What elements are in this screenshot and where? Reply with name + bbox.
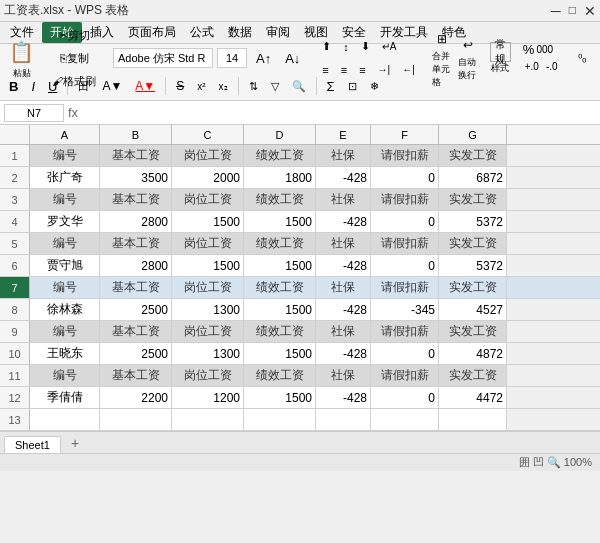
font-name-input[interactable] — [113, 48, 213, 68]
underline-button[interactable]: U — [43, 75, 62, 97]
table-cell[interactable]: 社保 — [316, 233, 371, 254]
table-cell[interactable]: 请假扣薪 — [371, 321, 439, 342]
menu-formula[interactable]: 公式 — [184, 22, 220, 43]
table-cell[interactable]: 基本工资 — [100, 321, 172, 342]
sum-button[interactable]: Σ — [322, 75, 340, 97]
filter-button[interactable]: ▽ — [266, 75, 284, 97]
table-cell[interactable]: 社保 — [316, 277, 371, 298]
table-cell[interactable] — [439, 409, 507, 430]
row-number[interactable]: 5 — [0, 233, 30, 254]
superscript-button[interactable]: x² — [192, 75, 210, 97]
table-cell[interactable]: 实发工资 — [439, 365, 507, 386]
freeze-button[interactable]: ❄ — [365, 75, 384, 97]
table-cell[interactable]: 2800 — [100, 255, 172, 276]
table-cell[interactable]: 编号 — [30, 321, 100, 342]
row-number[interactable]: 11 — [0, 365, 30, 386]
table-cell[interactable]: 实发工资 — [439, 145, 507, 166]
wrap-text-button[interactable]: ↵A — [377, 36, 402, 58]
row-col-button[interactable]: ⊡ — [343, 75, 362, 97]
col-header-f[interactable]: F — [371, 125, 439, 144]
font-color-button[interactable]: A▼ — [130, 75, 160, 97]
table-cell[interactable]: 社保 — [316, 189, 371, 210]
table-cell[interactable]: 实发工资 — [439, 321, 507, 342]
table-cell[interactable]: 贾守旭 — [30, 255, 100, 276]
table-cell[interactable]: 社保 — [316, 145, 371, 166]
find-button[interactable]: 🔍 — [287, 75, 311, 97]
table-cell[interactable]: 岗位工资 — [172, 321, 244, 342]
bold-button[interactable]: B — [4, 75, 23, 97]
table-cell[interactable]: 2500 — [100, 299, 172, 320]
table-cell[interactable]: 4527 — [439, 299, 507, 320]
table-cell[interactable]: 社保 — [316, 365, 371, 386]
table-cell[interactable]: 绩效工资 — [244, 277, 316, 298]
strikethrough-button[interactable]: S — [171, 75, 189, 97]
row-number[interactable]: 10 — [0, 343, 30, 364]
col-header-c[interactable]: C — [172, 125, 244, 144]
table-cell[interactable]: 1500 — [172, 255, 244, 276]
table-cell[interactable]: 编号 — [30, 189, 100, 210]
table-cell[interactable]: 基本工资 — [100, 233, 172, 254]
table-cell[interactable]: 1500 — [244, 343, 316, 364]
fill-color-button[interactable]: A▼ — [97, 75, 127, 97]
table-cell[interactable]: 4472 — [439, 387, 507, 408]
table-cell[interactable]: 1500 — [244, 211, 316, 232]
row-number[interactable]: 13 — [0, 409, 30, 430]
table-cell[interactable]: 0 — [371, 387, 439, 408]
table-cell[interactable]: 罗文华 — [30, 211, 100, 232]
table-cell[interactable]: 1500 — [244, 299, 316, 320]
table-cell[interactable]: -428 — [316, 343, 371, 364]
align-middle-button[interactable]: ↕ — [338, 36, 354, 58]
font-decrease-button[interactable]: A↓ — [280, 47, 305, 69]
table-cell[interactable]: 岗位工资 — [172, 233, 244, 254]
table-cell[interactable]: 2800 — [100, 211, 172, 232]
table-cell[interactable] — [244, 409, 316, 430]
row-number[interactable]: 3 — [0, 189, 30, 210]
sheet-tab-1[interactable]: Sheet1 — [4, 436, 61, 453]
maximize-btn[interactable]: □ — [569, 3, 576, 19]
col-header-e[interactable]: E — [316, 125, 371, 144]
table-cell[interactable] — [30, 409, 100, 430]
table-cell[interactable]: 基本工资 — [100, 145, 172, 166]
font-size-input[interactable] — [217, 48, 247, 68]
table-cell[interactable]: 绩效工资 — [244, 145, 316, 166]
table-cell[interactable]: 实发工资 — [439, 277, 507, 298]
num-format-button[interactable]: ⁰₀ — [573, 47, 591, 69]
formula-input[interactable] — [82, 104, 596, 122]
table-cell[interactable]: 编号 — [30, 365, 100, 386]
table-cell[interactable]: 1300 — [172, 343, 244, 364]
row-number[interactable]: 7 — [0, 277, 30, 298]
row-number[interactable]: 2 — [0, 167, 30, 188]
table-cell[interactable]: 请假扣薪 — [371, 233, 439, 254]
table-cell[interactable] — [371, 409, 439, 430]
row-number[interactable]: 12 — [0, 387, 30, 408]
table-cell[interactable]: 绩效工资 — [244, 233, 316, 254]
table-cell[interactable]: 实发工资 — [439, 189, 507, 210]
subscript-button[interactable]: x₂ — [214, 75, 233, 97]
add-sheet-button[interactable]: + — [63, 433, 87, 453]
col-header-d[interactable]: D — [244, 125, 316, 144]
col-header-b[interactable]: B — [100, 125, 172, 144]
sort-button[interactable]: ⇅ — [244, 75, 263, 97]
table-cell[interactable]: 1800 — [244, 167, 316, 188]
table-cell[interactable]: 2200 — [100, 387, 172, 408]
style-normal[interactable]: 常规 — [490, 42, 511, 62]
table-cell[interactable]: 绩效工资 — [244, 189, 316, 210]
table-cell[interactable]: 0 — [371, 343, 439, 364]
table-cell[interactable]: -345 — [371, 299, 439, 320]
table-cell[interactable]: 绩效工资 — [244, 321, 316, 342]
table-cell[interactable] — [316, 409, 371, 430]
border-button[interactable]: 田 — [73, 75, 94, 97]
table-cell[interactable]: 4872 — [439, 343, 507, 364]
table-cell[interactable]: 1500 — [172, 211, 244, 232]
table-cell[interactable]: 5372 — [439, 255, 507, 276]
table-cell[interactable]: -428 — [316, 255, 371, 276]
col-header-g[interactable]: G — [439, 125, 507, 144]
conditional-format-button[interactable]: 🎨 — [595, 47, 600, 69]
table-cell[interactable]: 张广奇 — [30, 167, 100, 188]
table-cell[interactable]: 请假扣薪 — [371, 189, 439, 210]
row-number[interactable]: 4 — [0, 211, 30, 232]
table-cell[interactable]: 0 — [371, 167, 439, 188]
table-cell[interactable]: 岗位工资 — [172, 277, 244, 298]
table-cell[interactable]: -428 — [316, 387, 371, 408]
merge-button[interactable]: ⊞ — [432, 28, 452, 50]
